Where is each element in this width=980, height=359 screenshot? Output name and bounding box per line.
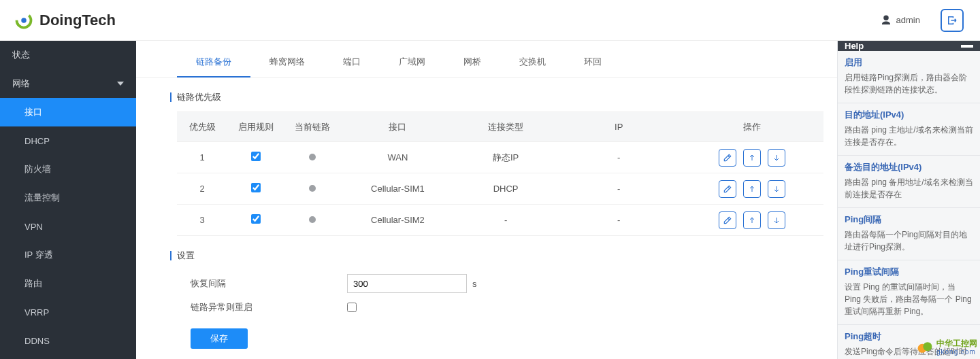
- cell-conn: 静态IP: [455, 142, 557, 173]
- section-title-settings: 设置: [150, 250, 837, 262]
- cell-priority: 3: [177, 205, 227, 236]
- user-menu[interactable]: admin: [880, 14, 920, 27]
- sidebar-item-ip-pass[interactable]: IP 穿透: [0, 241, 136, 269]
- cell-conn: DHCP: [455, 173, 557, 205]
- help-block: 启用启用链路Ping探测后，路由器会阶段性探测链路的连接状态。: [838, 51, 980, 103]
- help-panel: Help 启用启用链路Ping探测后，路由器会阶段性探测链路的连接状态。目的地址…: [837, 41, 980, 359]
- help-block: 备选目的地址(IPv4)路由器 ping 备用地址/域名来检测当前连接是否存在: [838, 156, 980, 208]
- watermark: 中华工控网 gkong.com: [916, 339, 977, 356]
- status-dot-icon: [309, 154, 316, 160]
- sidebar-item-ddns[interactable]: DDNS: [0, 326, 136, 355]
- sidebar-item-label: 流量控制: [24, 192, 60, 204]
- table-row: 3Cellular-SIM2--: [177, 205, 823, 236]
- chevron-down-icon: [117, 82, 124, 86]
- sidebar-item-label: DHCP: [24, 136, 50, 146]
- sidebar-item-vpn[interactable]: VPN: [0, 212, 136, 241]
- help-block-title: 启用: [845, 56, 973, 69]
- sidebar-item-interface[interactable]: 接口: [0, 98, 136, 126]
- move-down-button[interactable]: [768, 180, 785, 198]
- tab-loopback[interactable]: 环回: [565, 49, 621, 77]
- brand-text: DoingTech: [39, 12, 116, 29]
- help-block-text: 路由器 ping 主地址/域名来检测当前连接是否存在。: [845, 124, 973, 148]
- tab-port[interactable]: 端口: [324, 49, 380, 77]
- recover-label: 恢复间隔: [191, 277, 347, 290]
- logout-button[interactable]: [941, 9, 964, 32]
- brand-icon: [14, 10, 34, 31]
- reboot-label: 链路异常则重启: [191, 301, 347, 313]
- help-block-text: 路由器每隔一个Ping间隔对目的地址进行Ping探测。: [845, 228, 973, 253]
- sidebar-item-firewall[interactable]: 防火墙: [0, 155, 136, 184]
- th-iface: 接口: [340, 112, 455, 142]
- help-title: Help: [845, 41, 864, 51]
- save-button[interactable]: 保存: [191, 328, 248, 349]
- help-block-text: 启用链路Ping探测后，路由器会阶段性探测链路的连接状态。: [845, 71, 973, 96]
- app-header: DoingTech admin: [0, 0, 980, 41]
- brand-logo: DoingTech: [14, 10, 116, 31]
- edit-button[interactable]: [719, 180, 736, 198]
- help-block-text: 路由器 ping 备用地址/域名来检测当前连接是否存在: [845, 176, 973, 201]
- sidebar-item-route[interactable]: 路由: [0, 269, 136, 298]
- edit-button[interactable]: [719, 149, 736, 167]
- tab-switch[interactable]: 交换机: [500, 49, 565, 77]
- th-priority: 优先级: [177, 112, 227, 142]
- table-row: 1WAN静态IP-: [177, 142, 823, 173]
- section-title-priority: 链路优先级: [150, 91, 837, 103]
- watermark-cn: 中华工控网: [936, 339, 977, 348]
- cell-ip: -: [557, 205, 681, 236]
- reboot-checkbox[interactable]: [347, 303, 357, 312]
- cell-conn: -: [455, 205, 557, 236]
- move-up-button[interactable]: [743, 180, 761, 198]
- recover-unit: s: [472, 279, 477, 289]
- tab-bridge[interactable]: 网桥: [444, 49, 500, 77]
- priority-table: 优先级 启用规则 当前链路 接口 连接类型 IP 操作 1WAN静态IP-2Ce…: [177, 112, 823, 236]
- main-content: 链路备份 蜂窝网络 端口 广域网 网桥 交换机 环回 链路优先级 优先级 启用规…: [136, 41, 837, 359]
- cell-iface: Cellular-SIM1: [340, 173, 455, 205]
- help-block-title: 备选目的地址(IPv4): [845, 161, 973, 173]
- tab-wan[interactable]: 广域网: [380, 49, 444, 77]
- sidebar-item-label: 状态: [12, 49, 30, 61]
- help-block: 目的地址(IPv4)路由器 ping 主地址/域名来检测当前连接是否存在。: [838, 103, 980, 156]
- enable-checkbox[interactable]: [251, 214, 261, 224]
- sidebar-item-traffic[interactable]: 流量控制: [0, 184, 136, 212]
- help-block-title: Ping重试间隔: [845, 266, 973, 278]
- svg-point-3: [923, 342, 932, 351]
- cell-priority: 1: [177, 142, 227, 173]
- sidebar-item-label: 防火墙: [24, 163, 51, 175]
- sidebar-item-vrrp[interactable]: VRRP: [0, 298, 136, 326]
- cell-ip: -: [557, 142, 681, 173]
- username: admin: [896, 15, 920, 25]
- status-dot-icon: [309, 216, 316, 223]
- enable-checkbox[interactable]: [251, 152, 261, 161]
- sidebar-item-network[interactable]: 网络: [0, 69, 136, 98]
- sidebar-item-dhcp[interactable]: DHCP: [0, 126, 136, 155]
- edit-button[interactable]: [719, 211, 736, 229]
- help-block-title: Ping间隔: [845, 213, 973, 226]
- tab-link-backup[interactable]: 链路备份: [177, 49, 250, 78]
- sidebar: 状态 网络 接口 DHCP 防火墙 流量控制 VPN IP 穿透 路由 VRRP…: [0, 41, 136, 359]
- th-ip: IP: [557, 112, 681, 142]
- cell-iface: WAN: [340, 142, 455, 173]
- help-block-title: 目的地址(IPv4): [845, 109, 973, 121]
- move-down-button[interactable]: [768, 149, 785, 167]
- logout-icon: [946, 14, 958, 27]
- help-collapse-button[interactable]: [961, 45, 973, 48]
- sidebar-item-label: 路由: [24, 277, 42, 290]
- sidebar-item-status[interactable]: 状态: [0, 41, 136, 69]
- sidebar-item-label: DDNS: [24, 336, 50, 346]
- move-up-button[interactable]: [743, 149, 761, 167]
- move-up-button[interactable]: [743, 211, 761, 229]
- status-dot-icon: [309, 185, 316, 192]
- help-block: Ping间隔路由器每隔一个Ping间隔对目的地址进行Ping探测。: [838, 208, 980, 260]
- sidebar-item-label: VPN: [24, 222, 43, 232]
- svg-point-1: [21, 18, 27, 23]
- enable-checkbox[interactable]: [251, 183, 261, 192]
- th-conn: 连接类型: [455, 112, 557, 142]
- user-icon: [880, 14, 892, 27]
- watermark-icon: [916, 339, 934, 356]
- watermark-en: gkong.com: [936, 348, 977, 356]
- sidebar-item-label: VRRP: [24, 307, 49, 318]
- tab-cellular[interactable]: 蜂窝网络: [250, 49, 324, 77]
- cell-iface: Cellular-SIM2: [340, 205, 455, 236]
- move-down-button[interactable]: [768, 211, 785, 229]
- recover-input[interactable]: [347, 274, 467, 293]
